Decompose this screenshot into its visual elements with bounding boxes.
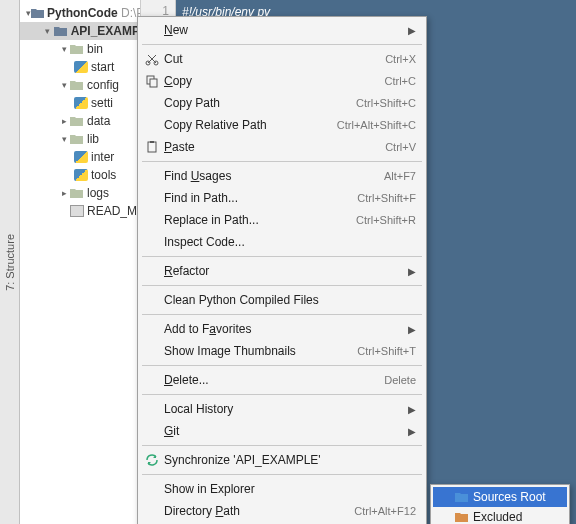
chevron-down-icon: ▾ <box>58 133 70 145</box>
menu-clean-compiled[interactable]: Clean Python Compiled Files <box>140 289 424 311</box>
menu-synchronize[interactable]: Synchronize 'API_EXAMPLE' <box>140 449 424 471</box>
menu-separator <box>142 365 422 366</box>
tree-folder-config[interactable]: ▾config <box>20 76 140 94</box>
tree-file[interactable]: tools <box>20 166 140 184</box>
context-menu: New▶ CutCtrl+X CopyCtrl+C Copy PathCtrl+… <box>137 16 427 524</box>
submenu-sources-root[interactable]: Sources Root <box>433 487 567 507</box>
menu-new[interactable]: New▶ <box>140 19 424 41</box>
menu-inspect-code[interactable]: Inspect Code... <box>140 231 424 253</box>
submenu-arrow-icon: ▶ <box>408 25 416 36</box>
menu-refactor[interactable]: Refactor▶ <box>140 260 424 282</box>
menu-directory-path[interactable]: Directory PathCtrl+Alt+F12 <box>140 500 424 522</box>
chevron-right-icon: ▸ <box>58 115 70 127</box>
copy-icon <box>144 73 160 89</box>
menu-copy[interactable]: CopyCtrl+C <box>140 70 424 92</box>
svg-rect-4 <box>148 142 156 152</box>
tree-root[interactable]: ▾ PythonCode D:\PythonCode <box>20 4 140 22</box>
chevron-down-icon: ▾ <box>42 25 54 37</box>
structure-tab-label: 7: Structure <box>4 234 16 291</box>
scissors-icon <box>144 51 160 67</box>
python-file-icon <box>74 151 88 163</box>
svg-rect-3 <box>150 79 157 87</box>
tree-file[interactable]: inter <box>20 148 140 166</box>
folder-icon <box>54 25 68 37</box>
submenu-arrow-icon: ▶ <box>408 404 416 415</box>
svg-rect-5 <box>150 141 154 143</box>
menu-separator <box>142 394 422 395</box>
chevron-down-icon: ▾ <box>58 43 70 55</box>
menu-separator <box>142 256 422 257</box>
python-file-icon <box>74 61 88 73</box>
menu-copy-relative-path[interactable]: Copy Relative PathCtrl+Alt+Shift+C <box>140 114 424 136</box>
chevron-down-icon: ▾ <box>58 79 70 91</box>
tree-project-label: API_EXAMP <box>71 24 140 38</box>
menu-add-favorites[interactable]: Add to Favorites▶ <box>140 318 424 340</box>
structure-tool-tab[interactable]: 7: Structure <box>0 0 20 524</box>
menu-local-history[interactable]: Local History▶ <box>140 398 424 420</box>
tree-folder-bin[interactable]: ▾bin <box>20 40 140 58</box>
paste-icon <box>144 139 160 155</box>
python-file-icon <box>74 169 88 181</box>
submenu-arrow-icon: ▶ <box>408 324 416 335</box>
menu-separator <box>142 314 422 315</box>
tree-root-label: PythonCode <box>47 6 118 20</box>
folder-icon <box>70 187 84 199</box>
menu-delete[interactable]: Delete...Delete <box>140 369 424 391</box>
python-file-icon <box>74 97 88 109</box>
project-tree[interactable]: ▾ PythonCode D:\PythonCode ▾ API_EXAMP ▾… <box>20 0 140 524</box>
menu-find-in-path[interactable]: Find in Path...Ctrl+Shift+F <box>140 187 424 209</box>
text-file-icon <box>70 205 84 217</box>
menu-show-explorer[interactable]: Show in Explorer <box>140 478 424 500</box>
folder-icon <box>70 115 84 127</box>
menu-separator <box>142 44 422 45</box>
submenu-arrow-icon: ▶ <box>408 266 416 277</box>
menu-cut[interactable]: CutCtrl+X <box>140 48 424 70</box>
mark-directory-submenu: Sources Root Excluded <box>430 484 570 524</box>
menu-copy-path[interactable]: Copy PathCtrl+Shift+C <box>140 92 424 114</box>
menu-separator <box>142 445 422 446</box>
menu-find-usages[interactable]: Find UsagesAlt+F7 <box>140 165 424 187</box>
menu-separator <box>142 161 422 162</box>
menu-show-thumbnails[interactable]: Show Image ThumbnailsCtrl+Shift+T <box>140 340 424 362</box>
tree-folder-lib[interactable]: ▾lib <box>20 130 140 148</box>
menu-paste[interactable]: PasteCtrl+V <box>140 136 424 158</box>
chevron-right-icon: ▸ <box>58 187 70 199</box>
submenu-arrow-icon: ▶ <box>408 426 416 437</box>
sources-folder-icon <box>455 492 469 503</box>
menu-separator <box>142 474 422 475</box>
submenu-excluded[interactable]: Excluded <box>433 507 567 524</box>
tree-folder-data[interactable]: ▸data <box>20 112 140 130</box>
menu-separator <box>142 285 422 286</box>
menu-git[interactable]: Git▶ <box>140 420 424 442</box>
excluded-folder-icon <box>455 512 469 523</box>
tree-file-readme[interactable]: READ_M <box>20 202 140 220</box>
folder-icon <box>70 79 84 91</box>
folder-icon <box>31 7 44 19</box>
folder-icon <box>70 43 84 55</box>
tree-file[interactable]: start <box>20 58 140 76</box>
tree-folder-logs[interactable]: ▸logs <box>20 184 140 202</box>
tree-file[interactable]: setti <box>20 94 140 112</box>
sync-icon <box>144 452 160 468</box>
menu-replace-in-path[interactable]: Replace in Path...Ctrl+Shift+R <box>140 209 424 231</box>
tree-project[interactable]: ▾ API_EXAMP <box>20 22 140 40</box>
folder-icon <box>70 133 84 145</box>
